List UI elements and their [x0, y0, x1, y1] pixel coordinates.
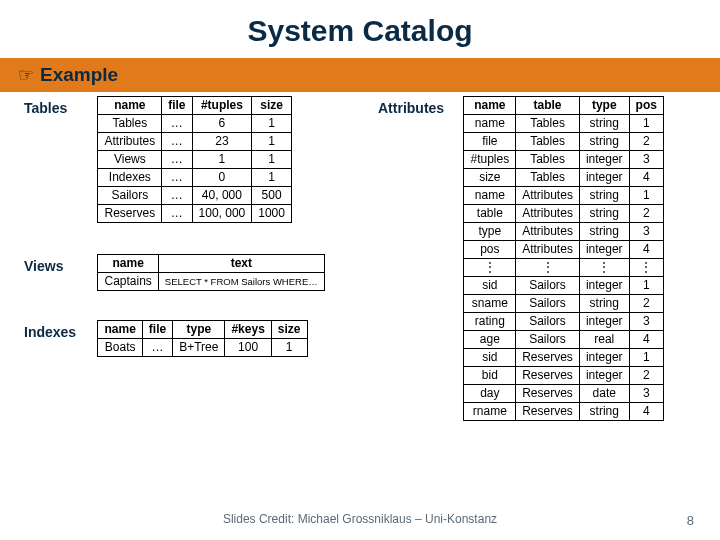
table-cell: 23 — [192, 133, 252, 151]
table-row: ratingSailorsinteger3 — [464, 313, 663, 331]
column-header: #tuples — [192, 97, 252, 115]
table-cell: ⋮ — [629, 259, 663, 277]
table-cell: Sailors — [98, 187, 162, 205]
table-cell: 2 — [629, 133, 663, 151]
table-row: Boats…B+Tree1001 — [98, 339, 307, 357]
table-cell: 3 — [629, 313, 663, 331]
table-cell: 1 — [629, 115, 663, 133]
table-cell: 1 — [271, 339, 307, 357]
table-row: Reserves…100, 0001000 — [98, 205, 291, 223]
table-cell: date — [579, 385, 629, 403]
table-cell: name — [464, 115, 516, 133]
table-cell: 4 — [629, 241, 663, 259]
slide-credit: Slides Credit: Michael Grossniklaus – Un… — [0, 512, 720, 526]
table-cell: type — [464, 223, 516, 241]
table-cell: … — [162, 151, 192, 169]
column-header: name — [464, 97, 516, 115]
table-cell: integer — [579, 349, 629, 367]
table-cell: Attributes — [516, 223, 580, 241]
table-cell: size — [464, 169, 516, 187]
table-cell: Tables — [516, 169, 580, 187]
table-cell: string — [579, 115, 629, 133]
table-cell: Reserves — [516, 367, 580, 385]
column-header: pos — [629, 97, 663, 115]
table-cell: Attributes — [516, 187, 580, 205]
table-cell: B+Tree — [173, 339, 225, 357]
table-cell: 3 — [629, 223, 663, 241]
table-cell: Sailors — [516, 295, 580, 313]
table-cell: integer — [579, 169, 629, 187]
column-header: name — [98, 321, 142, 339]
table-cell: name — [464, 187, 516, 205]
table-cell: 1 — [252, 151, 292, 169]
table-row: Tables…61 — [98, 115, 291, 133]
table-row: nameAttributesstring1 — [464, 187, 663, 205]
table-cell: Attributes — [98, 133, 162, 151]
table-cell: 2 — [629, 205, 663, 223]
table-cell: 2 — [629, 367, 663, 385]
table-cell: 40, 000 — [192, 187, 252, 205]
table-cell: 1 — [252, 115, 292, 133]
page-number: 8 — [687, 513, 694, 528]
column-header: size — [271, 321, 307, 339]
table-cell: Tables — [516, 115, 580, 133]
table-row: typeAttributesstring3 — [464, 223, 663, 241]
table-cell: … — [162, 169, 192, 187]
table-cell: Indexes — [98, 169, 162, 187]
table-cell: Captains — [98, 273, 158, 291]
attributes-block-label: Attributes — [378, 96, 460, 116]
column-header: type — [173, 321, 225, 339]
table-cell: integer — [579, 277, 629, 295]
table-row: #tuplesTablesinteger3 — [464, 151, 663, 169]
table-cell: sname — [464, 295, 516, 313]
table-cell: 1 — [252, 169, 292, 187]
table-cell: integer — [579, 367, 629, 385]
table-cell: string — [579, 223, 629, 241]
table-cell: pos — [464, 241, 516, 259]
table-row: Attributes…231 — [98, 133, 291, 151]
table-row: bidReservesinteger2 — [464, 367, 663, 385]
table-cell: Boats — [98, 339, 142, 357]
table-cell: Reserves — [516, 403, 580, 421]
table-cell: string — [579, 403, 629, 421]
table-row: dayReservesdate3 — [464, 385, 663, 403]
table-cell: ⋮ — [579, 259, 629, 277]
table-cell: string — [579, 187, 629, 205]
slide-content: Tables namefile#tuplessizeTables…61Attri… — [0, 92, 720, 502]
table-row: snameSailorsstring2 — [464, 295, 663, 313]
table-cell: 1 — [252, 133, 292, 151]
table-cell: … — [142, 339, 172, 357]
table-row: sizeTablesinteger4 — [464, 169, 663, 187]
table-cell: … — [162, 133, 192, 151]
attributes-block: Attributes nametabletypeposnameTablesstr… — [378, 96, 664, 421]
column-header: file — [162, 97, 192, 115]
slide-title: System Catalog — [0, 0, 720, 58]
table-row: fileTablesstring2 — [464, 133, 663, 151]
table-cell: file — [464, 133, 516, 151]
column-header: text — [158, 255, 324, 273]
slide: System Catalog ☞ Example Tables namefile… — [0, 0, 720, 540]
table-cell: bid — [464, 367, 516, 385]
table-cell: 1000 — [252, 205, 292, 223]
table-row: sidSailorsinteger1 — [464, 277, 663, 295]
table-cell: real — [579, 331, 629, 349]
table-cell: 100 — [225, 339, 271, 357]
indexes-block-label: Indexes — [24, 320, 94, 340]
table-cell: Sailors — [516, 331, 580, 349]
table-cell: Reserves — [516, 385, 580, 403]
table-cell: 4 — [629, 403, 663, 421]
table-cell: 3 — [629, 385, 663, 403]
table-cell: integer — [579, 313, 629, 331]
table-cell: 1 — [192, 151, 252, 169]
table-cell: 4 — [629, 331, 663, 349]
column-header: type — [579, 97, 629, 115]
table-cell: Sailors — [516, 313, 580, 331]
table-row: tableAttributesstring2 — [464, 205, 663, 223]
attributes-table: nametabletypeposnameTablesstring1fileTab… — [463, 96, 663, 421]
table-row: Sailors…40, 000500 — [98, 187, 291, 205]
table-cell: 1 — [629, 187, 663, 205]
table-cell: age — [464, 331, 516, 349]
table-cell: rating — [464, 313, 516, 331]
indexes-block: Indexes namefiletype#keyssizeBoats…B+Tre… — [24, 320, 308, 357]
table-cell: string — [579, 295, 629, 313]
